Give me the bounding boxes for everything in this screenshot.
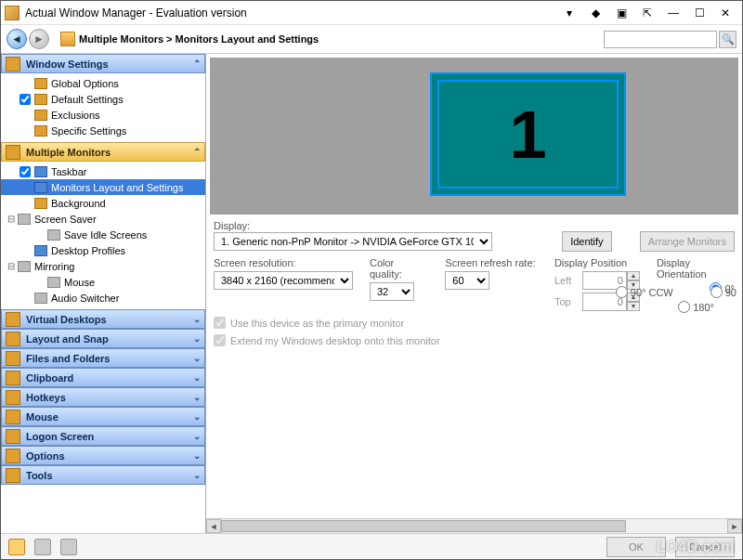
window-controls: ▾ ◆ ▣ ⇱ — ☐ ✕ — [556, 3, 738, 23]
scroll-left-icon[interactable]: ◄ — [206, 519, 221, 533]
breadcrumb-icon — [60, 32, 75, 46]
maximize-button[interactable]: ☐ — [686, 3, 712, 23]
item-icon — [34, 293, 47, 304]
refresh-rate-select[interactable]: 60 — [445, 271, 489, 290]
sidebar-section-label: Window Settings — [26, 59, 109, 70]
main-panel: 1 Display: 1. Generic non-PnP Monitor ->… — [206, 54, 742, 533]
titlebar: Actual Window Manager - Evaluation versi… — [1, 1, 742, 25]
color-quality-select[interactable]: 32 — [370, 282, 414, 301]
window-settings-tree: Global Options Default Settings Exclusio… — [1, 73, 205, 142]
nav-toolbar: ◄ ► Multiple Monitors > Monitors Layout … — [1, 25, 742, 54]
bottom-toolbar: OK Cancel — [1, 533, 742, 559]
horizontal-scrollbar[interactable]: ◄ ► — [206, 518, 742, 533]
tree-item-screen-saver[interactable]: ⊟Screen Saver — [1, 211, 205, 227]
sidebar-section-options[interactable]: Options⌄ — [1, 446, 205, 465]
identify-button[interactable]: Identify — [562, 231, 611, 252]
section-icon — [6, 371, 20, 385]
titlebar-extra-4-icon[interactable]: ⇱ — [634, 3, 660, 23]
item-icon — [34, 245, 47, 256]
item-icon — [34, 110, 47, 121]
tree-item-default-settings[interactable]: Default Settings — [1, 91, 205, 107]
tree-item-specific-settings[interactable]: Specific Settings — [1, 123, 205, 138]
redo-icon[interactable] — [60, 539, 77, 555]
display-position-label: Display Position — [554, 257, 640, 268]
sidebar-section-multiple-monitors[interactable]: Multiple Monitors ⌃ — [1, 142, 205, 162]
undo-icon[interactable] — [34, 539, 51, 555]
color-quality-label: Color quality: — [370, 257, 428, 280]
sidebar-section-logon-screen[interactable]: Logon Screen⌄ — [1, 426, 205, 446]
tree-item-mouse[interactable]: Mouse — [1, 274, 205, 290]
scroll-track[interactable] — [221, 519, 727, 533]
section-icon — [6, 449, 20, 463]
item-icon — [18, 261, 31, 272]
chevron-down-icon: ⌄ — [193, 411, 201, 422]
monitor-settings: Display: 1. Generic non-PnP Monitor -> N… — [206, 215, 742, 346]
resolution-select[interactable]: 3840 x 2160 (recommended) — [214, 271, 353, 290]
primary-monitor-checkbox[interactable]: Use this device as the primary monitor — [214, 317, 735, 329]
item-icon — [34, 198, 47, 209]
section-icon — [6, 429, 20, 444]
sidebar-section-window-settings[interactable]: Window Settings ⌃ — [1, 54, 205, 73]
multiple-monitors-icon — [6, 145, 20, 160]
sidebar-section-layout-snap[interactable]: Layout and Snap⌄ — [1, 329, 205, 348]
tree-item-global-options[interactable]: Global Options — [1, 75, 205, 91]
taskbar-checkbox[interactable] — [20, 166, 31, 177]
titlebar-extra-1-icon[interactable]: ▾ — [556, 3, 582, 23]
chevron-down-icon: ⌄ — [193, 314, 201, 324]
titlebar-extra-2-icon[interactable]: ◆ — [582, 3, 608, 23]
breadcrumb: Multiple Monitors > Monitors Layout and … — [60, 32, 319, 46]
display-select[interactable]: 1. Generic non-PnP Monitor -> NVIDIA GeF… — [214, 232, 492, 251]
close-button[interactable]: ✕ — [712, 3, 738, 23]
sidebar: Window Settings ⌃ Global Options Default… — [1, 54, 206, 533]
scroll-right-icon[interactable]: ► — [727, 519, 742, 533]
sidebar-section-files-folders[interactable]: Files and Folders⌄ — [1, 348, 205, 368]
titlebar-extra-3-icon[interactable]: ▣ — [608, 3, 634, 23]
sidebar-section-hotkeys[interactable]: Hotkeys⌄ — [1, 387, 205, 407]
tree-item-exclusions[interactable]: Exclusions — [1, 107, 205, 123]
item-icon — [47, 277, 60, 288]
orientation-180-radio[interactable]: 180° — [678, 301, 714, 313]
ok-button[interactable]: OK — [606, 537, 666, 557]
monitor-number: 1 — [509, 97, 546, 173]
tree-item-taskbar[interactable]: Taskbar — [1, 163, 205, 179]
item-icon — [34, 94, 47, 105]
orientation-90ccw-radio[interactable]: 90° CCW — [616, 286, 673, 298]
orientation-90-radio[interactable]: 90 — [710, 286, 736, 298]
position-left-label: Left — [554, 275, 579, 286]
back-button[interactable]: ◄ — [7, 29, 27, 49]
search-input[interactable] — [604, 31, 717, 48]
sidebar-section-clipboard[interactable]: Clipboard⌄ — [1, 368, 205, 387]
tree-item-background[interactable]: Background — [1, 195, 205, 211]
expander-icon[interactable]: ⊟ — [7, 261, 16, 271]
sidebar-section-tools[interactable]: Tools⌄ — [1, 465, 205, 485]
section-icon — [6, 390, 20, 405]
sidebar-section-mouse[interactable]: Mouse⌄ — [1, 407, 205, 426]
section-icon — [6, 332, 20, 346]
tree-item-mirroring[interactable]: ⊟Mirroring — [1, 258, 205, 274]
chevron-down-icon: ⌄ — [193, 372, 201, 383]
tree-item-audio-switcher[interactable]: Audio Switcher — [1, 290, 205, 306]
minimize-button[interactable]: — — [660, 3, 686, 23]
expander-icon[interactable]: ⊟ — [7, 214, 16, 224]
tree-item-desktop-profiles[interactable]: Desktop Profiles — [1, 242, 205, 258]
monitor-preview-1[interactable]: 1 — [430, 72, 626, 196]
default-settings-checkbox[interactable] — [20, 94, 31, 105]
app-icon — [5, 6, 20, 20]
search-go-button[interactable]: 🔍 — [719, 31, 736, 48]
extend-desktop-checkbox[interactable]: Extend my Windows desktop onto this moni… — [214, 334, 735, 346]
forward-button[interactable]: ► — [29, 29, 49, 49]
tree-item-save-idle[interactable]: Save Idle Screens — [1, 227, 205, 242]
tree-item-monitors-layout[interactable]: Monitors Layout and Settings — [1, 179, 205, 195]
resolution-label: Screen resolution: — [214, 257, 353, 268]
section-icon — [6, 351, 20, 366]
monitor-layout-canvas[interactable]: 1 — [210, 58, 738, 215]
chevron-down-icon: ⌄ — [193, 450, 201, 461]
cancel-button[interactable]: Cancel — [675, 537, 735, 557]
orientation-label: Display Orientation — [657, 257, 735, 280]
arrange-monitors-button[interactable]: Arrange Monitors — [640, 231, 735, 252]
chevron-down-icon: ⌄ — [193, 333, 201, 344]
section-icon — [6, 468, 20, 483]
help-icon[interactable] — [8, 539, 25, 555]
scroll-thumb[interactable] — [221, 520, 626, 532]
sidebar-section-virtual-desktops[interactable]: Virtual Desktops⌄ — [1, 309, 205, 329]
